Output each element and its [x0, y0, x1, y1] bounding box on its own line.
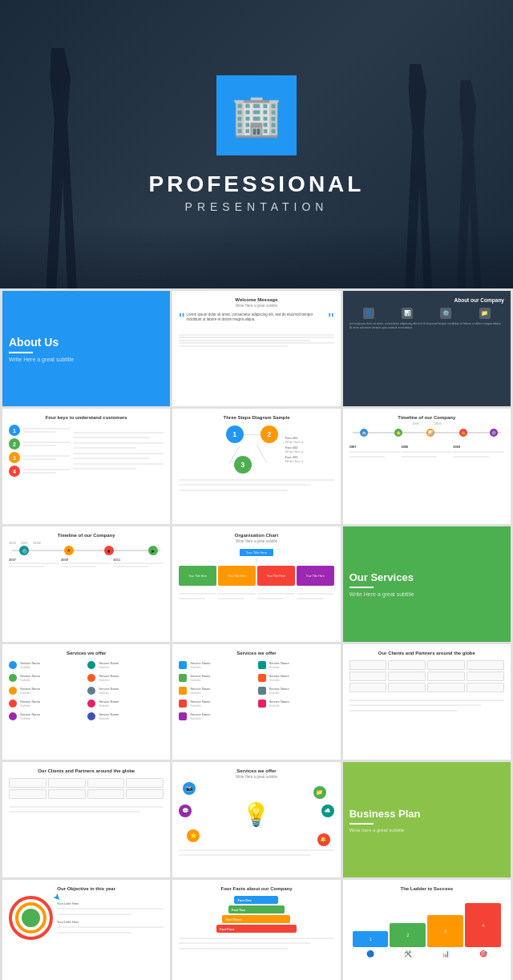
- client-box-6: [388, 671, 426, 681]
- timeline2-title: Timeline of our Company: [9, 533, 164, 538]
- building-icon: 🏢: [232, 95, 281, 135]
- quote-content: Lorem ipsum dolor sit amet, consectetur …: [186, 313, 326, 323]
- slide-timeline2[interactable]: Timeline of our Company 2005 2009 NOW ⚙️…: [2, 526, 170, 642]
- bulb-svc-2: 📁: [313, 786, 326, 799]
- org-bottom-boxes: Your Title Here Your Title Here Your Tit…: [179, 566, 333, 586]
- biz-plan-line: [349, 823, 374, 825]
- clients1-title: Our Clients and Partners around the glob…: [349, 651, 504, 655]
- client2-box-2: [48, 778, 86, 788]
- fact-text-2: Fact #02Write Here a: [285, 446, 303, 454]
- bulb-svc-1: 📷: [183, 782, 196, 795]
- welcome-subtitle: Write Here a great subtitle: [179, 304, 333, 308]
- service-item-4: Service NameSubtitle: [9, 700, 85, 708]
- services-bulb-title: Services we offer: [179, 768, 333, 773]
- client2-box-8: [126, 789, 164, 799]
- quote-open: ": [179, 311, 184, 327]
- tl1-icon-2: ⭐: [394, 429, 402, 437]
- timeline1-title: Timeline of our Company: [349, 415, 504, 420]
- client-box-1: [349, 660, 387, 670]
- slide-clients2[interactable]: Our Clients and Partners around the glob…: [2, 762, 170, 877]
- biz-plan-subtitle: Write here a great subtitle: [349, 828, 504, 833]
- about-co-icons: 👤 📊 ⚙️ 📁: [349, 308, 504, 319]
- service-item-7: Service NameSubtitle: [87, 674, 164, 682]
- client-box-8: [467, 671, 504, 681]
- slide-welcome[interactable]: Welcome Message Write Here a great subti…: [172, 291, 340, 406]
- co-icon-4: 📁: [479, 308, 491, 319]
- step-circle-3: 3: [234, 456, 252, 474]
- slide-three-steps[interactable]: Three Steps Diagram Sample 1 2 3 Fact #0…: [172, 409, 340, 524]
- slide-timeline1[interactable]: Timeline of our Company 1995 2003 🏠 ⭐ 📊 …: [343, 409, 511, 524]
- org-title: Organisation Chart: [179, 533, 333, 538]
- timeline1-years: 1995 2003: [349, 421, 504, 425]
- slide-ladder[interactable]: The Ladder to Success 1 2 3 4 🔵 🛠️ 📊 🎯: [343, 880, 511, 980]
- clients1-grid: [349, 660, 504, 692]
- tl1-year-2: 2000: [401, 445, 452, 449]
- bulb-svc-3: ⭐: [187, 829, 200, 842]
- client-box-4: [467, 660, 504, 670]
- service-item-3: Service NameSubtitle: [9, 687, 85, 695]
- ladder-step-1: 1: [353, 931, 389, 947]
- client-box-11: [427, 683, 465, 692]
- tl1-year-1: 1997: [349, 445, 401, 449]
- slide-about-us[interactable]: About Us Write Here a great subtitle: [2, 291, 170, 406]
- service-item-1: Service NameSubtitle: [9, 661, 85, 669]
- tl1-icon-1: 🏠: [360, 429, 368, 437]
- slide-clients1[interactable]: Our Clients and Partners around the glob…: [343, 644, 511, 760]
- ladder-step-2: 2: [390, 923, 426, 947]
- step-circle-1: 1: [226, 425, 244, 443]
- fact-bar-4: Fact Four: [216, 925, 297, 933]
- tl1-icon-4: 🔒: [459, 429, 467, 437]
- tl2-icon-3: ★: [104, 546, 114, 555]
- tl2-label-3: 2011: [113, 558, 164, 562]
- client2-box-4: [126, 778, 164, 788]
- clients2-grid: [9, 778, 164, 799]
- our-services-subtitle: Write Here a great subtitle: [349, 591, 504, 597]
- fact-bar-3: Fact Three: [222, 915, 290, 923]
- org-top-box: Your Title Here: [240, 549, 273, 556]
- obj-label-2: Your Little Here: [57, 920, 164, 924]
- client2-box-5: [9, 789, 46, 799]
- about-us-subtitle: Write Here a great subtitle: [9, 357, 164, 362]
- ladder-icon-1: 🔵: [353, 950, 389, 958]
- co-icon-1: 👤: [363, 308, 374, 319]
- client-box-2: [388, 660, 426, 670]
- slide-about-company[interactable]: About our Company 👤 📊 ⚙️ 📁 Lorem ipsum d…: [343, 291, 511, 406]
- slide-objective[interactable]: Our Objective in this year ➤ Your Little…: [2, 880, 170, 980]
- svc2-item-8: Service NameSubtitle: [258, 687, 334, 695]
- co-icon-2: 📊: [402, 308, 413, 319]
- services1-title: Services we offer: [9, 651, 164, 655]
- slide-services-offer2[interactable]: Services we offer Service NameSubtitle S…: [172, 644, 340, 760]
- about-us-line: [9, 352, 33, 353]
- hero-content: 🏢 PROFESSIONAL PRESENTATION: [149, 75, 365, 213]
- slide-org-chart[interactable]: Organisation Chart Write Here a great su…: [172, 526, 340, 642]
- slide-biz-plan[interactable]: Business Plan Write here a great subtitl…: [343, 762, 511, 877]
- four-keys-title: Four keys to understand customers: [9, 415, 164, 420]
- slide-services-offer1[interactable]: Services we offer Service NameSubtitle S…: [2, 644, 170, 760]
- key-circle-4: 4: [9, 466, 20, 477]
- service-item-5: Service NameSubtitle: [9, 712, 85, 720]
- slide-services-bulb[interactable]: Services we offer Write Here a great sub…: [172, 762, 340, 877]
- about-us-title: About Us: [9, 336, 164, 349]
- quote-close: ": [329, 311, 334, 327]
- key-row-1: 1: [9, 425, 71, 436]
- client2-box-7: [87, 789, 125, 799]
- org-subtitle: Write Here a great subtitle: [179, 539, 333, 543]
- tl1-icon-3: 📊: [426, 429, 434, 437]
- slide-four-keys[interactable]: Four keys to understand customers 1 2 3 …: [2, 409, 170, 524]
- our-services-title: Our Services: [349, 571, 504, 583]
- slide-our-services[interactable]: Our Services Write Here a great subtitle: [343, 526, 511, 642]
- clients2-title: Our Clients and Partners around the glob…: [9, 768, 164, 773]
- ladder-step-4: 4: [465, 903, 501, 947]
- tl2-icon-1: ⚙️: [19, 546, 29, 555]
- about-co-title: About our Company: [349, 297, 504, 303]
- slide-four-facts[interactable]: Four Facts about our Company Fact One Fa…: [172, 880, 340, 980]
- welcome-title: Welcome Message: [179, 297, 333, 302]
- objective-title: Our Objective in this year: [9, 886, 164, 891]
- hero-title: PROFESSIONAL: [149, 171, 365, 197]
- fact-text-3: Fact #03Write Here a: [285, 455, 303, 463]
- three-steps-title: Three Steps Diagram Sample: [179, 415, 333, 420]
- obj-label-1: Your Little Here: [57, 901, 164, 905]
- four-facts-title: Four Facts about our Company: [179, 886, 333, 891]
- ladder-title: The Ladder to Success: [349, 886, 504, 891]
- client-box-12: [467, 683, 504, 692]
